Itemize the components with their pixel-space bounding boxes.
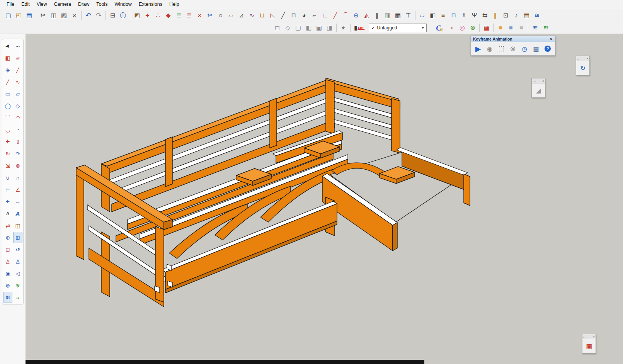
save-icon[interactable]: ▤ <box>24 10 34 20</box>
extension-layers-tool[interactable]: ≋ <box>3 292 12 303</box>
new-file-icon[interactable]: ▢ <box>3 10 14 20</box>
doc-ruler-icon[interactable]: ⊤ <box>403 10 414 20</box>
draft-line-icon[interactable]: ╱ <box>330 10 340 20</box>
close-icon[interactable]: × <box>542 79 544 83</box>
extension-slice-tool[interactable]: ⋇ <box>13 280 22 291</box>
text-tool[interactable]: A <box>3 208 12 219</box>
stack-red-icon[interactable]: ≣ <box>184 10 194 20</box>
select-keyframes-button[interactable] <box>496 44 507 54</box>
curve-points-icon[interactable]: ∴ <box>153 10 163 20</box>
chart-bars-icon[interactable]: ▥ <box>382 10 393 20</box>
plane-icon[interactable]: ▱ <box>417 10 427 20</box>
two-point-arc-tool[interactable]: ◠ <box>13 112 22 123</box>
model-info-icon[interactable]: ⓘ <box>118 10 128 20</box>
book-icon[interactable]: ▤ <box>521 10 532 20</box>
pie-tool[interactable]: ◔ <box>13 124 22 135</box>
stack-green-icon[interactable]: ≣ <box>174 10 184 20</box>
box-orange-icon[interactable]: ■ <box>495 23 506 33</box>
axes-tool[interactable]: + <box>3 196 12 207</box>
print-icon[interactable]: ⊟ <box>107 10 118 20</box>
shaded-view-icon[interactable]: ◧ <box>303 23 314 33</box>
palette-header[interactable]: ... × <box>532 78 545 83</box>
clamp-icon[interactable]: ⊓ <box>448 10 459 20</box>
position-camera-tool[interactable]: ♙ <box>3 256 12 267</box>
timing-button[interactable]: ◷ <box>519 44 530 54</box>
menu-draw[interactable]: Draw <box>75 0 93 9</box>
textured-view-icon[interactable]: ▣ <box>314 23 324 33</box>
eraser-tool[interactable]: ▰ <box>13 52 22 63</box>
menu-window[interactable]: Window <box>111 0 135 9</box>
box-blue-icon[interactable]: ■ <box>506 23 516 33</box>
open-icon[interactable]: ◰ <box>14 10 24 20</box>
gauge-icon[interactable]: ⊖ <box>351 10 361 20</box>
3d-viewport[interactable]: Keyframe Animation × ▶ ◉ ⊗ ◷ <box>26 34 623 364</box>
add-point-icon[interactable]: + <box>142 10 153 20</box>
keyframe-palette-titlebar[interactable]: Keyframe Animation × <box>471 36 555 42</box>
lasso-tool[interactable]: ∽ <box>13 40 22 51</box>
rectangle-tool[interactable]: ▭ <box>3 88 12 99</box>
follow-me-tool[interactable]: ↷ <box>13 148 22 159</box>
extension-globe-tool[interactable]: ⊛ <box>3 280 12 291</box>
mesh-globe-icon[interactable]: ⊛ <box>467 23 478 33</box>
separator[interactable] <box>81 11 82 20</box>
corner-profile-icon[interactable]: ⌐ <box>309 10 320 20</box>
dimension-tool[interactable]: ↔ <box>13 196 22 207</box>
palette-header[interactable]: ... × <box>576 56 589 61</box>
previous-view-tool[interactable]: ↺ <box>13 244 22 255</box>
arc-tool[interactable]: ⌒ <box>3 112 12 123</box>
delete-keyframes-button[interactable]: ⊗ <box>507 44 518 54</box>
rails-icon[interactable]: ∥ <box>490 10 500 20</box>
separator[interactable] <box>36 11 36 20</box>
tag-dropdown[interactable]: ✓ Untagged ▼ <box>369 24 427 32</box>
close-icon[interactable]: × <box>593 335 595 338</box>
zoom-window-tool[interactable]: ⊞ <box>13 232 22 243</box>
delete-icon[interactable]: × <box>69 10 80 20</box>
tape-measure-tool[interactable]: ⊢ <box>3 184 12 195</box>
separator[interactable] <box>528 24 528 32</box>
angle-icon[interactable]: ∟ <box>320 10 330 20</box>
look-around-tool[interactable]: ◉ <box>3 268 12 279</box>
menu-edit[interactable]: Edit <box>18 0 33 9</box>
ring-icon[interactable]: ◎ <box>457 23 467 33</box>
protractor-tool[interactable]: ∠ <box>13 184 22 195</box>
cut-icon[interactable]: ✂ <box>38 10 48 20</box>
separator[interactable] <box>415 11 415 20</box>
blade-icon[interactable]: ╱ <box>278 10 288 20</box>
solid-tools-icon[interactable]: ∩ <box>13 172 22 183</box>
screen-icon[interactable]: ⊡ <box>500 10 511 20</box>
paste-icon[interactable]: ▨ <box>59 10 69 20</box>
gear-ring-icon[interactable]: ○ <box>215 10 226 20</box>
separator[interactable] <box>479 24 480 32</box>
abf-plumb-tool-icon[interactable]: ▮ ABF <box>353 23 366 33</box>
separator[interactable] <box>336 24 337 32</box>
circle-tool[interactable]: ◯ <box>3 100 12 111</box>
menu-extensions[interactable]: Extensions <box>135 0 166 9</box>
monochrome-view-icon[interactable]: ◨ <box>324 23 335 33</box>
palette-header[interactable]: ... × <box>582 334 596 339</box>
hatch-icon[interactable]: ∥ <box>372 10 382 20</box>
push-pull-tool[interactable]: ⇧ <box>13 136 22 147</box>
freehand-tool[interactable]: ∿ <box>13 76 22 87</box>
pie-slice-icon[interactable]: ◕ <box>299 10 309 20</box>
hidden-line-view-icon[interactable]: ▢ <box>293 23 303 33</box>
s-curve-icon[interactable]: ∿ <box>247 10 257 20</box>
select-tool[interactable]: ➤ <box>3 40 12 51</box>
c3-extension-logo[interactable]: C 3 <box>436 24 443 32</box>
line-tool[interactable]: ╱ <box>3 76 12 87</box>
component-tool[interactable]: ◈ <box>3 64 12 75</box>
open-box-icon[interactable]: ⊔ <box>257 10 267 20</box>
pattern-icon[interactable]: ▦ <box>481 23 492 33</box>
move-tool[interactable]: + <box>3 136 12 147</box>
menu-file[interactable]: File <box>3 0 18 9</box>
fork-icon[interactable]: Ψ <box>469 10 480 20</box>
menu-camera[interactable]: Camera <box>51 0 75 9</box>
outer-shell-tool[interactable]: ∪ <box>3 172 12 183</box>
barrel-icon[interactable]: ⊓ <box>288 10 299 20</box>
swap-arrows-icon[interactable]: ⇆ <box>480 10 490 20</box>
shell-icon[interactable]: ◖ <box>446 23 457 33</box>
rotate-tool[interactable]: ↻ <box>3 148 12 159</box>
shear-face-icon[interactable]: ⊿ <box>236 10 247 20</box>
undo-icon[interactable]: ↶ <box>83 10 94 20</box>
three-point-arc-tool[interactable]: ◡ <box>3 124 12 135</box>
export-video-button[interactable]: ▦ <box>531 44 541 54</box>
